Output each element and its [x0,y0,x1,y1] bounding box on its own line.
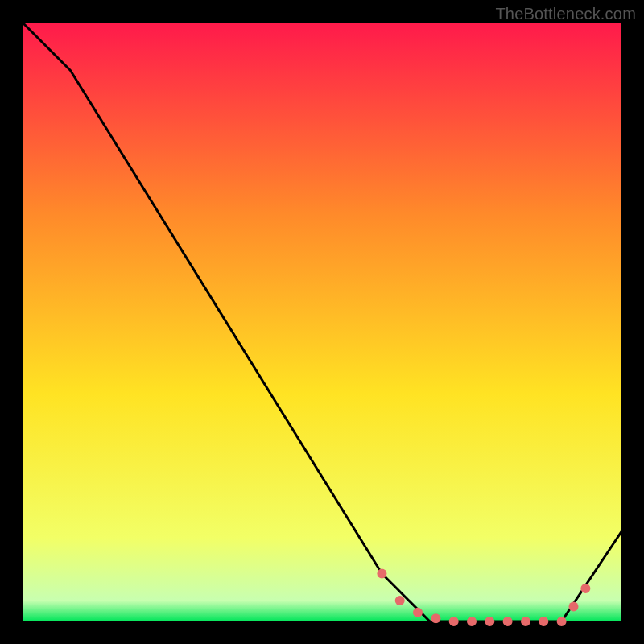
watermark-label: TheBottleneck.com [495,5,636,23]
highlight-marker [467,617,477,626]
highlight-marker [395,596,405,605]
highlight-marker [557,617,567,626]
highlight-marker [580,584,590,593]
chart-frame: TheBottleneck.com [0,0,644,644]
plot-background [23,23,621,621]
highlight-marker [569,601,579,611]
highlight-marker [377,569,386,579]
highlight-marker [449,617,459,626]
highlight-marker [413,608,423,617]
highlight-marker [521,617,530,626]
bottleneck-chart [0,0,644,644]
highlight-marker [539,617,548,626]
highlight-marker [485,617,494,626]
highlight-marker [431,613,440,623]
highlight-marker [503,617,513,626]
